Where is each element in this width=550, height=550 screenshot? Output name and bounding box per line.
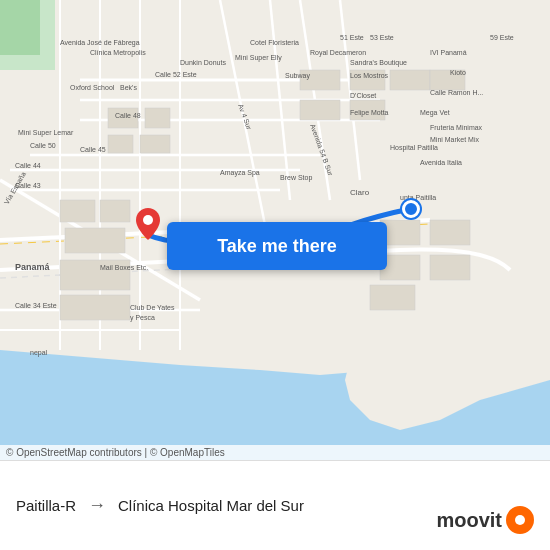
svg-text:Calle 50: Calle 50: [30, 142, 56, 149]
svg-rect-26: [108, 135, 133, 153]
svg-rect-32: [60, 295, 130, 320]
map-attribution: © OpenStreetMap contributors | © OpenMap…: [0, 445, 550, 460]
svg-rect-42: [430, 255, 470, 280]
moovit-logo-dot: [506, 506, 534, 534]
arrow-right-icon: →: [88, 495, 106, 516]
svg-text:51 Este: 51 Este: [340, 34, 364, 41]
svg-text:Hospital Paitilla: Hospital Paitilla: [390, 144, 438, 152]
svg-text:D'Closet: D'Closet: [350, 92, 376, 99]
moovit-logo-dot-inner: [515, 515, 525, 525]
svg-text:Subway: Subway: [285, 72, 310, 80]
svg-text:Fruteria Minimax: Fruteria Minimax: [430, 124, 483, 131]
map-view: Calle 52 Este Calle 48 Calle 45 Calle 44…: [0, 0, 550, 460]
svg-text:Cotel Floristeria: Cotel Floristeria: [250, 39, 299, 46]
take-me-there-button[interactable]: Take me there: [167, 222, 387, 270]
svg-rect-37: [300, 100, 340, 120]
svg-text:Claro: Claro: [350, 188, 370, 197]
svg-text:Panamá: Panamá: [15, 262, 51, 272]
svg-text:Amayza Spa: Amayza Spa: [220, 169, 260, 177]
svg-text:Mail Boxes Etc.: Mail Boxes Etc.: [100, 264, 148, 271]
svg-text:Kioto: Kioto: [450, 69, 466, 76]
svg-text:59 Este: 59 Este: [490, 34, 514, 41]
svg-text:Calle 34 Este: Calle 34 Este: [15, 302, 57, 309]
svg-text:Oxford School: Oxford School: [70, 84, 115, 91]
svg-rect-28: [60, 200, 95, 222]
svg-rect-43: [370, 285, 415, 310]
svg-text:Los Mostros: Los Mostros: [350, 72, 389, 79]
svg-text:Clínica Metropolis: Clínica Metropolis: [90, 49, 146, 57]
svg-text:nepal: nepal: [30, 349, 48, 357]
destination-marker: [136, 208, 160, 240]
svg-point-90: [143, 215, 153, 225]
svg-rect-30: [65, 228, 125, 253]
svg-text:Sandra's Boutique: Sandra's Boutique: [350, 59, 407, 67]
svg-text:Calle 52 Este: Calle 52 Este: [155, 71, 197, 78]
svg-rect-29: [100, 200, 130, 222]
svg-text:Mini Super Lemar: Mini Super Lemar: [18, 129, 74, 137]
svg-text:Royal Decameron: Royal Decameron: [310, 49, 366, 57]
svg-rect-25: [145, 108, 170, 128]
svg-text:Mega Vet: Mega Vet: [420, 109, 450, 117]
svg-text:IVI Panamá: IVI Panamá: [430, 49, 467, 56]
to-location: Clínica Hospital Mar del Sur: [118, 497, 304, 514]
svg-text:Mini Super Elly: Mini Super Elly: [235, 54, 282, 62]
moovit-logo: moovit: [436, 506, 534, 534]
svg-rect-23: [0, 0, 40, 55]
svg-text:Brew Stop: Brew Stop: [280, 174, 312, 182]
svg-text:Bek's: Bek's: [120, 84, 137, 91]
svg-rect-35: [390, 70, 430, 90]
svg-text:y Pesca: y Pesca: [130, 314, 155, 322]
svg-text:Felipe Motta: Felipe Motta: [350, 109, 389, 117]
svg-text:Dunkin Donuts: Dunkin Donuts: [180, 59, 226, 66]
svg-text:53 Este: 53 Este: [370, 34, 394, 41]
svg-text:Calle 45: Calle 45: [80, 146, 106, 153]
svg-text:Calle 44: Calle 44: [15, 162, 41, 169]
svg-text:Club De Yates: Club De Yates: [130, 304, 175, 311]
svg-text:Mini Market Mix: Mini Market Mix: [430, 136, 480, 143]
moovit-brand-text: moovit: [436, 509, 502, 532]
svg-text:unta Paitilla: unta Paitilla: [400, 194, 436, 201]
svg-text:Avenida José de Fábrega: Avenida José de Fábrega: [60, 39, 140, 47]
svg-text:Calle Ramon H...: Calle Ramon H...: [430, 89, 483, 96]
svg-rect-40: [430, 220, 470, 245]
from-location: Paitilla-R: [16, 497, 76, 514]
svg-text:Avenida Italia: Avenida Italia: [420, 159, 462, 166]
svg-text:Calle 48: Calle 48: [115, 112, 141, 119]
origin-marker: [402, 200, 420, 218]
bottom-bar: Paitilla-R → Clínica Hospital Mar del Su…: [0, 460, 550, 550]
svg-rect-27: [140, 135, 170, 153]
